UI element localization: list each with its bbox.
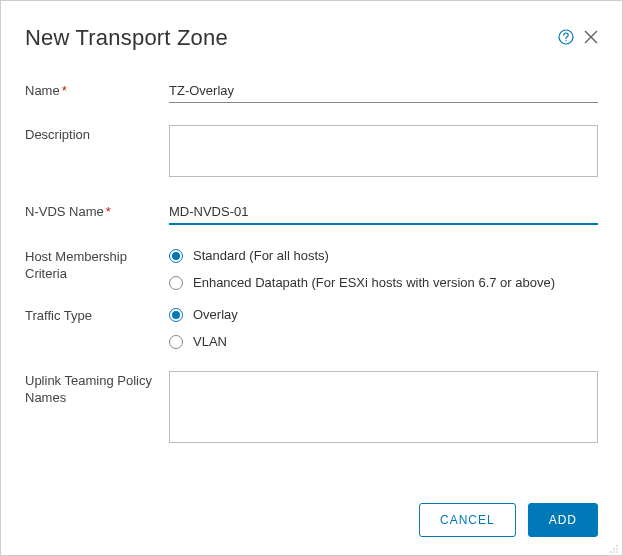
description-label: Description: [25, 125, 169, 144]
host-membership-enhanced-radio[interactable]: Enhanced Datapath (For ESXi hosts with v…: [169, 275, 598, 290]
radio-selected-icon: [169, 308, 183, 322]
host-membership-row: Host Membership Criteria Standard (For a…: [25, 247, 598, 290]
svg-point-9: [610, 551, 612, 553]
header-actions: [558, 29, 598, 48]
resize-grip-icon[interactable]: [609, 542, 619, 552]
traffic-type-overlay-radio[interactable]: Overlay: [169, 307, 598, 322]
host-membership-standard-label: Standard (For all hosts): [193, 248, 329, 263]
radio-selected-icon: [169, 249, 183, 263]
add-button[interactable]: ADD: [528, 503, 598, 537]
radio-unselected-icon: [169, 335, 183, 349]
description-input[interactable]: [169, 125, 598, 177]
uplink-teaming-row: Uplink Teaming Policy Names: [25, 371, 598, 446]
nvds-name-row: N-VDS Name: [25, 202, 598, 225]
name-row: Name: [25, 81, 598, 103]
help-icon[interactable]: [558, 29, 574, 48]
host-membership-label: Host Membership Criteria: [25, 247, 169, 283]
svg-point-6: [613, 548, 615, 550]
name-input[interactable]: [169, 81, 598, 103]
svg-point-7: [616, 551, 618, 553]
uplink-teaming-input[interactable]: [169, 371, 598, 443]
svg-point-5: [616, 548, 618, 550]
name-label: Name: [25, 81, 169, 100]
close-icon[interactable]: [584, 30, 598, 47]
dialog-footer: CANCEL ADD: [419, 503, 598, 537]
traffic-type-row: Traffic Type Overlay VLAN: [25, 306, 598, 349]
host-membership-standard-radio[interactable]: Standard (For all hosts): [169, 248, 598, 263]
nvds-name-input[interactable]: [169, 202, 598, 225]
svg-point-1: [565, 40, 566, 41]
svg-point-8: [613, 551, 615, 553]
traffic-type-vlan-radio[interactable]: VLAN: [169, 334, 598, 349]
host-membership-enhanced-label: Enhanced Datapath (For ESXi hosts with v…: [193, 275, 555, 290]
dialog-title: New Transport Zone: [25, 25, 228, 51]
traffic-type-overlay-label: Overlay: [193, 307, 238, 322]
description-row: Description: [25, 125, 598, 180]
uplink-teaming-label: Uplink Teaming Policy Names: [25, 371, 169, 407]
dialog-header: New Transport Zone: [25, 25, 598, 51]
svg-point-4: [616, 545, 618, 547]
radio-unselected-icon: [169, 276, 183, 290]
new-transport-zone-dialog: New Transport Zone Name Descript: [0, 0, 623, 556]
nvds-name-label: N-VDS Name: [25, 202, 169, 221]
traffic-type-label: Traffic Type: [25, 306, 169, 325]
cancel-button[interactable]: CANCEL: [419, 503, 516, 537]
traffic-type-vlan-label: VLAN: [193, 334, 227, 349]
